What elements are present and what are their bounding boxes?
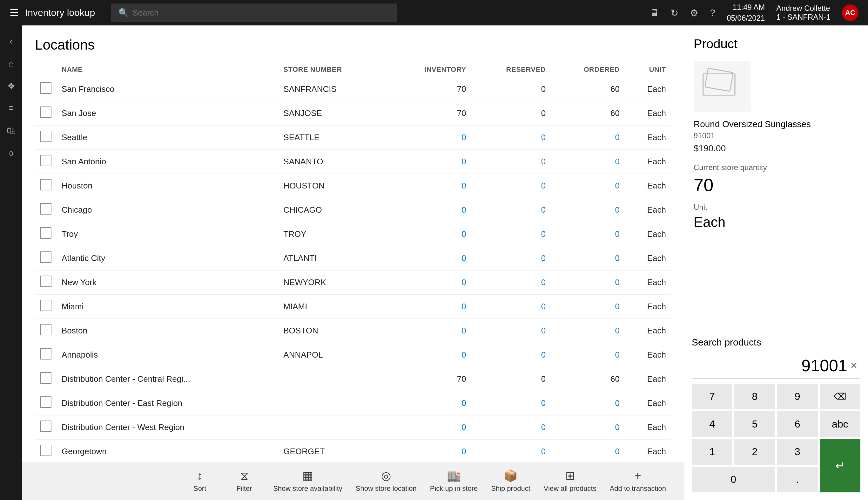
row-checkbox-1[interactable]: [40, 106, 51, 118]
calc-btn-dot[interactable]: .: [777, 467, 818, 492]
calc-close-icon[interactable]: ×: [851, 359, 857, 372]
row-checkbox-11[interactable]: [40, 348, 51, 360]
row-checkbox-10[interactable]: [40, 324, 51, 336]
row-reserved: 0: [471, 295, 551, 319]
calc-btn-enter[interactable]: ↵: [820, 439, 860, 492]
row-checkbox-2[interactable]: [40, 130, 51, 142]
row-checkbox-cell: [35, 343, 57, 367]
row-name: Atlantic City: [57, 246, 278, 271]
product-image: [694, 61, 751, 112]
row-store-number: SEATTLE: [278, 126, 388, 150]
calc-btn-1[interactable]: 1: [692, 439, 732, 465]
user-info: Andrew Collette 1 - SANFRAN-1: [776, 4, 831, 22]
pickup-store-button[interactable]: 🏬 Pick up in store: [425, 465, 483, 497]
search-bar[interactable]: 🔍: [111, 3, 397, 22]
help-icon[interactable]: ?: [710, 7, 715, 18]
calc-btn-4[interactable]: 4: [692, 411, 732, 437]
table-row[interactable]: Miami MIAMI 0 0 0 Each: [35, 295, 671, 319]
table-row[interactable]: Atlantic City ATLANTI 0 0 0 Each: [35, 246, 671, 271]
table-row[interactable]: Distribution Center - East Region 0 0 0 …: [35, 391, 671, 416]
row-store-number: NEWYORK: [278, 271, 388, 295]
row-store-number: BOSTON: [278, 319, 388, 343]
row-unit: Each: [625, 440, 671, 462]
store-availability-icon: ▦: [302, 469, 313, 482]
row-checkbox-13[interactable]: [40, 396, 51, 408]
row-checkbox-12[interactable]: [40, 372, 51, 384]
row-reserved: 0: [471, 246, 551, 271]
sidenav-apps[interactable]: ❖: [2, 76, 21, 95]
search-input[interactable]: [132, 8, 389, 18]
table-row[interactable]: Chicago CHICAGO 0 0 0 Each: [35, 198, 671, 222]
table-row[interactable]: Distribution Center - West Region 0 0 0 …: [35, 416, 671, 440]
refresh-icon[interactable]: ↻: [670, 7, 678, 19]
table-header-row: NAME STORE NUMBER INVENTORY RESERVED ORD…: [35, 62, 671, 77]
row-store-number: ATLANTI: [278, 246, 388, 271]
row-ordered: 0: [551, 271, 625, 295]
sidenav-menu[interactable]: ≡: [2, 99, 21, 117]
calc-btn-6[interactable]: 6: [777, 411, 818, 437]
table-row[interactable]: Houston HOUSTON 0 0 0 Each: [35, 174, 671, 198]
sidenav-back[interactable]: ‹: [2, 32, 21, 51]
sidenav-home[interactable]: ⌂: [2, 54, 21, 73]
table-row[interactable]: Georgetown GEORGET 0 0 0 Each: [35, 440, 671, 462]
view-all-icon: ⊞: [565, 469, 575, 482]
ship-product-button[interactable]: 📦 Ship product: [486, 465, 536, 497]
table-row[interactable]: New York NEWYORK 0 0 0 Each: [35, 271, 671, 295]
calc-btn-5[interactable]: 5: [734, 411, 775, 437]
view-all-products-button[interactable]: ⊞ View all products: [539, 465, 601, 497]
table-row[interactable]: San Francisco SANFRANCIS 70 0 60 Each: [35, 77, 671, 101]
row-ordered: 60: [551, 367, 625, 391]
product-unit-label: Unit: [694, 203, 858, 212]
calc-btn-7[interactable]: 7: [692, 384, 732, 409]
calc-btn-0[interactable]: 0: [692, 467, 775, 492]
table-row[interactable]: Troy TROY 0 0 0 Each: [35, 222, 671, 246]
calc-btn-backspace[interactable]: ⌫: [820, 384, 860, 409]
show-store-location-button[interactable]: ◎ Show store location: [351, 465, 422, 497]
table-row[interactable]: San Antonio SANANTO 0 0 0 Each: [35, 150, 671, 174]
filter-button[interactable]: ⧖ Filter: [224, 465, 265, 497]
row-checkbox-4[interactable]: [40, 179, 51, 190]
table-row[interactable]: Annapolis ANNAPOL 0 0 0 Each: [35, 343, 671, 367]
table-row[interactable]: Boston BOSTON 0 0 0 Each: [35, 319, 671, 343]
svg-rect-1: [705, 68, 733, 92]
row-checkbox-9[interactable]: [40, 300, 51, 311]
sort-button[interactable]: ↕ Sort: [179, 465, 220, 497]
sidenav-cart[interactable]: 🛍: [2, 121, 21, 140]
add-to-transaction-icon: +: [635, 469, 641, 482]
settings-icon[interactable]: ⚙: [690, 7, 699, 19]
row-checkbox-5[interactable]: [40, 203, 51, 215]
calc-btn-abc[interactable]: abc: [820, 411, 860, 437]
row-reserved: 0: [471, 367, 551, 391]
row-checkbox-15[interactable]: [40, 445, 51, 456]
current-time: 11:49 AM: [727, 2, 765, 13]
row-inventory: 0: [388, 174, 471, 198]
monitor-icon[interactable]: 🖥: [649, 7, 659, 18]
row-checkbox-0[interactable]: [40, 82, 51, 94]
calc-btn-9[interactable]: 9: [777, 384, 818, 409]
row-inventory: 0: [388, 295, 471, 319]
show-store-availability-button[interactable]: ▦ Show store availability: [268, 465, 348, 497]
row-checkbox-7[interactable]: [40, 251, 51, 263]
row-unit: Each: [625, 246, 671, 271]
row-unit: Each: [625, 271, 671, 295]
table-row[interactable]: Seattle SEATTLE 0 0 0 Each: [35, 126, 671, 150]
row-checkbox-14[interactable]: [40, 421, 51, 432]
row-store-number: [278, 367, 388, 391]
row-ordered: 0: [551, 416, 625, 440]
filter-label: Filter: [237, 485, 252, 493]
row-inventory: 0: [388, 319, 471, 343]
table-row[interactable]: San Jose SANJOSE 70 0 60 Each: [35, 101, 671, 126]
hamburger-menu[interactable]: ☰: [10, 7, 19, 19]
search-icon: 🔍: [118, 8, 129, 18]
calc-btn-8[interactable]: 8: [734, 384, 775, 409]
calc-btn-3[interactable]: 3: [777, 439, 818, 465]
store-location-icon: ◎: [381, 469, 391, 482]
row-checkbox-6[interactable]: [40, 227, 51, 239]
calc-btn-2[interactable]: 2: [734, 439, 775, 465]
avatar[interactable]: AC: [842, 4, 858, 21]
table-row[interactable]: Distribution Center - Central Regi... 70…: [35, 367, 671, 391]
row-checkbox-3[interactable]: [40, 155, 51, 166]
row-checkbox-8[interactable]: [40, 276, 51, 287]
row-inventory: 0: [388, 391, 471, 416]
add-to-transaction-button[interactable]: + Add to transaction: [605, 465, 671, 497]
